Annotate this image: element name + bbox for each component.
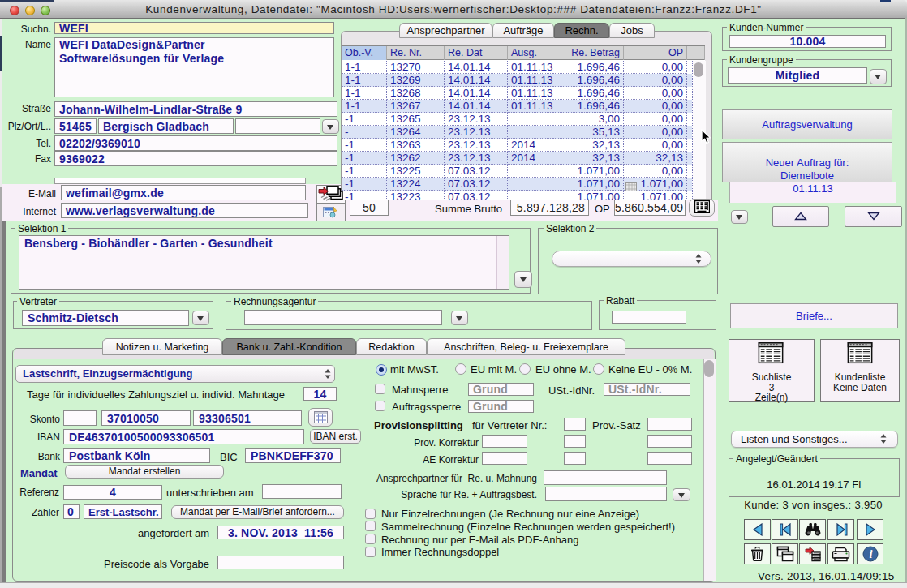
svg-text:i: i [870, 548, 873, 560]
